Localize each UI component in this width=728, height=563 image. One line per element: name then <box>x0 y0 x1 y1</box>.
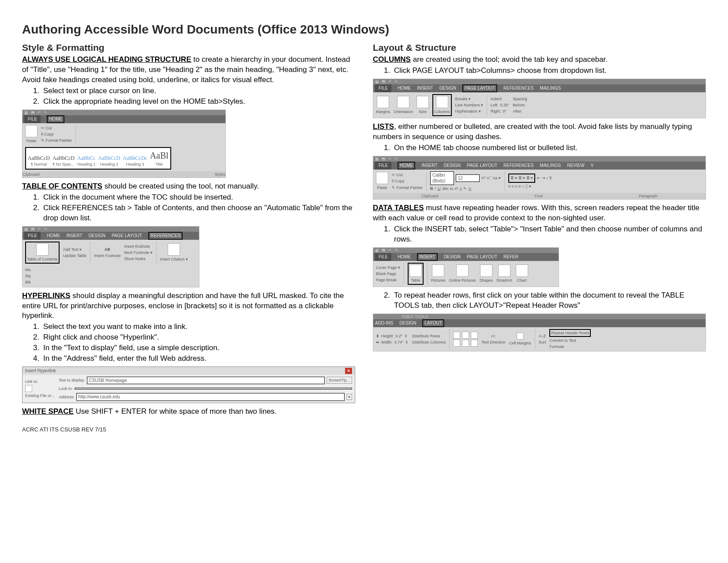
screenshot-hyperlink-dialog: Insert Hyperlink✕ Link to: Existing File… <box>22 367 355 403</box>
tab-layout: LAYOUT <box>422 319 444 327</box>
tab-home: HOME <box>398 162 415 170</box>
step: On the HOME tab choose numbered list or … <box>392 143 706 153</box>
step: To repeat header rows, first click on yo… <box>392 291 706 311</box>
step: Click the INSERT tab, select "Table"> "I… <box>392 224 706 245</box>
dropdown-icon: ▾ <box>346 394 352 400</box>
columns-button: Columns <box>432 94 452 116</box>
step: In the "Address" field, enter the full W… <box>41 354 355 364</box>
text-to-display-field: CSUSB Homepage <box>87 377 325 385</box>
styles-gallery: AaBbCcD¶ Normal AaBbCcD¶ No Spac... AaBb… <box>25 147 171 170</box>
folder-icon <box>25 385 32 392</box>
step: Click REFERENCES tab > Table of Contents… <box>41 203 355 223</box>
para-columns: COLUMNS are created using the tool; avoi… <box>373 55 706 65</box>
lead-columns: COLUMNS <box>373 55 411 64</box>
lead-headings: ALWAYS USE LOGICAL HEADING STRUCTURE <box>22 55 191 64</box>
step: Right click and choose "Hyperlink". <box>41 333 355 343</box>
paste-label: Paste <box>26 138 36 144</box>
steps-toc: Click in the document where the TOC shou… <box>22 193 355 223</box>
para-hyperlinks: HYPERLINKS should display a meaningful d… <box>22 291 355 321</box>
screenshot-home-styles: ▦⬒↶↷ FILE HOME Paste ✂ Cut ⎘ Copy ✎ Form… <box>22 110 226 178</box>
cut-label: ✂ Cut <box>41 125 72 131</box>
step: Select the text you want to make into a … <box>41 322 355 332</box>
step: Click the appropriate heading level on t… <box>41 97 355 107</box>
tab-pagelayout: PAGE LAYOUT <box>462 84 497 92</box>
lead-lists: LISTS <box>373 122 394 131</box>
tab-file: FILE <box>24 115 41 123</box>
lead-hyperlinks: HYPERLINKS <box>22 291 71 300</box>
lead-whitespace: WHITE SPACE <box>22 407 74 416</box>
section-style: Style & Formatting <box>22 42 355 54</box>
tab-insert: INSERT <box>417 253 438 261</box>
para-lists: LISTS, either numbered or bulleted, are … <box>373 122 706 142</box>
step: Click PAGE LAYOUT tab>Columns> choose fr… <box>392 66 706 76</box>
lead-toc: TABLE OF CONTENTS <box>22 182 102 190</box>
steps-tables-2: To repeat header rows, first click on yo… <box>373 291 706 311</box>
section-layout: Layout & Structure <box>373 42 706 54</box>
repeat-header-rows: Repeat Header Rows <box>549 329 591 337</box>
steps-columns: Click PAGE LAYOUT tab>Columns> choose fr… <box>373 66 706 76</box>
tab-references: REFERENCES <box>148 232 183 240</box>
screenshot-references: ▦⬒↶↷ FILE HOME INSERT DESIGN PAGE LAYOUT… <box>22 226 199 287</box>
address-field: http://www.csusb.edu <box>76 393 345 401</box>
step: In the "Text to display" field, use a si… <box>41 343 355 353</box>
step: Click in the document where the TOC shou… <box>41 193 355 203</box>
paste-icon <box>25 125 38 137</box>
tab-home: HOME <box>47 115 64 123</box>
para-whitespace: WHITE SPACE Use SHIFT + ENTER for white … <box>22 407 355 417</box>
steps-tables: Click the INSERT tab, select "Table"> "I… <box>373 224 706 245</box>
step: Select text or place cursor on line. <box>41 86 355 96</box>
table-button: Table <box>408 263 424 285</box>
close-icon: ✕ <box>345 368 352 374</box>
left-column: Style & Formatting ALWAYS USE LOGICAL HE… <box>22 42 355 418</box>
toc-button: Table of Contents <box>25 242 60 264</box>
bullet-list-icon: ≣ ▾ ≣ ▾ ≣ ▾ <box>508 174 536 182</box>
right-column: Layout & Structure COLUMNS are created u… <box>373 42 706 418</box>
para-toc: TABLE OF CONTENTS should be created usin… <box>22 181 355 192</box>
screenshot-home-paragraph: ▦⬒↶↷ FILE HOME INSERT DESIGN PAGE LAYOUT… <box>373 156 706 200</box>
screenshot-insert: ▦⬒↶↷ FILE HOME INSERT DESIGN PAGE LAYOUT… <box>373 247 559 287</box>
steps-hyperlinks: Select the text you want to make into a … <box>22 322 355 364</box>
screenshot-pagelayout: ▦⬒↶↷ FILE HOME INSERT DESIGN PAGE LAYOUT… <box>373 79 706 118</box>
para-tables: DATA TABLES must have repeating header r… <box>373 203 706 223</box>
steps-headings: Select text or place cursor on line. Cli… <box>22 86 355 107</box>
para-headings: ALWAYS USE LOGICAL HEADING STRUCTURE to … <box>22 55 355 85</box>
page-title: Authoring Accessible Word Documents (Off… <box>22 21 706 38</box>
screenshot-table-layout: TABLE TOOLS ADD-INS DESIGN LAYOUT ⬍ Heig… <box>373 314 706 351</box>
lead-tables: DATA TABLES <box>373 204 424 212</box>
steps-lists: On the HOME tab choose numbered list or … <box>373 143 706 153</box>
formatpainter-label: ✎ Format Painter <box>41 138 72 143</box>
footer: ACRC ATI ITS CSUSB REV 7/15 <box>22 426 706 434</box>
paste-icon <box>376 172 388 184</box>
copy-label: ⎘ Copy <box>41 132 72 137</box>
